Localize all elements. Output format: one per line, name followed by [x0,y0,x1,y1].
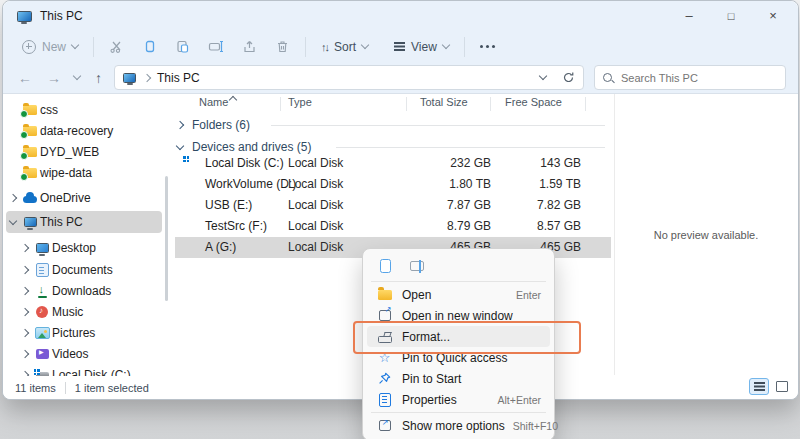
see-more-button[interactable] [471,34,504,60]
paste-button[interactable] [166,34,199,60]
chevron-right-icon[interactable] [21,308,29,316]
menu-item-pin-to-quick-access[interactable]: ☆ Pin to Quick access [367,347,550,368]
drive-row-f[interactable]: TestSrc (F:) Local Disk 8.79 GB 8.57 GB [175,216,611,237]
downloads-icon [36,285,48,298]
format-drive-icon [378,336,392,343]
rename-icon [208,39,224,54]
sidebar-scrollbar[interactable] [165,176,168,301]
search-icon [603,73,612,82]
folder-open-icon [378,290,392,300]
sidebar-item-music[interactable]: Music [6,301,174,323]
chevron-right-icon[interactable] [21,244,29,252]
sidebar-item-label: css [40,103,58,117]
breadcrumb-path[interactable]: This PC [157,71,200,85]
window-title: This PC [40,9,83,23]
plus-icon [22,40,36,54]
forward-icon[interactable]: → [47,70,61,86]
drive-name: A (G:) [205,240,236,254]
column-header-name[interactable]: Name [199,96,228,108]
sidebar-item-css[interactable]: css [6,99,162,121]
menu-item-format[interactable]: Format... [367,326,550,347]
chevron-right-icon[interactable] [21,350,29,358]
delete-button[interactable] [266,34,299,60]
folder-sync-icon [23,126,37,136]
menu-divider [371,281,546,282]
column-header-total-size[interactable]: Total Size [420,96,468,108]
drive-total-size: 7.87 GB [411,198,491,212]
share-icon [242,39,257,54]
context-menu: Open Enter Open in new window Format... … [362,248,555,439]
drive-free-space: 1.59 TB [501,177,581,191]
menu-item-pin-to-start[interactable]: Pin to Start [367,368,550,389]
chevron-right-icon[interactable] [21,287,29,295]
sidebar-item-downloads[interactable]: Downloads [6,280,174,302]
details-view-toggle[interactable] [749,378,769,395]
sort-ascending-icon [229,96,237,104]
maximize-button[interactable]: □ [710,1,752,31]
sidebar-item-label: Videos [52,347,88,361]
sidebar-item-documents[interactable]: Documents [6,259,174,281]
group-header-folders[interactable]: Folders (6) [177,115,250,135]
paste-icon [175,39,190,54]
drive-row-c[interactable]: Local Disk (C:) Local Disk 232 GB 143 GB [175,153,611,174]
preview-pane: No preview available. [614,94,797,375]
search-input[interactable] [619,71,777,85]
copy-button[interactable] [133,34,166,60]
onedrive-cloud-icon [23,196,37,203]
menu-item-properties[interactable]: Properties Alt+Enter [367,389,550,410]
cut-button[interactable] [100,34,133,60]
sidebar-item-onedrive[interactable]: OneDrive [6,187,162,209]
sidebar-item-pictures[interactable]: Pictures [6,322,174,344]
menu-item-show-more-options[interactable]: Show more options Shift+F10 [367,415,550,436]
minimize-button[interactable]: – [668,1,710,31]
up-icon[interactable]: ↑ [95,70,102,86]
refresh-icon[interactable] [562,71,575,84]
sidebar-item-data-recovery[interactable]: data-recovery [6,120,162,142]
videos-icon [36,349,49,359]
sidebar-item-wipe-data[interactable]: wipe-data [6,162,162,184]
breadcrumb[interactable]: This PC [114,65,584,90]
rename-button[interactable] [405,255,429,277]
chevron-right-icon[interactable] [176,121,184,129]
sidebar-item-desktop[interactable]: Desktop [6,237,174,259]
back-icon[interactable]: ← [18,70,32,86]
drive-free-space: 8.57 GB [501,219,581,233]
chevron-right-icon[interactable] [21,266,29,274]
column-header-type[interactable]: Type [288,96,312,108]
group-label: Devices and drives (5) [192,140,311,154]
menu-item-open[interactable]: Open Enter [367,284,550,305]
chevron-down-icon[interactable] [176,141,184,149]
sidebar-item-dyd-web[interactable]: DYD_WEB [6,141,162,163]
view-button[interactable]: View [385,34,458,60]
pin-icon [378,372,391,385]
share-button[interactable] [233,34,266,60]
drive-type: Local Disk [288,240,343,254]
documents-icon [36,263,49,277]
close-button[interactable]: × [752,1,794,31]
this-pc-icon [123,73,136,83]
view-label: View [411,40,437,54]
address-dropdown-icon[interactable] [539,72,547,80]
chevron-down-icon[interactable] [9,216,17,224]
column-header-free-space[interactable]: Free Space [505,96,562,108]
sidebar-item-this-pc[interactable]: This PC [6,211,162,233]
rename-button[interactable] [199,34,233,60]
copy-button[interactable] [373,255,397,277]
rename-icon [410,261,424,271]
search-box[interactable] [594,65,786,90]
large-icons-view-toggle[interactable] [773,379,791,394]
chevron-right-icon[interactable] [21,329,29,337]
drive-type: Local Disk [288,156,343,170]
history-chevron-icon[interactable] [73,72,81,80]
drive-name: USB (E:) [205,198,252,212]
drive-row-e[interactable]: USB (E:) Local Disk 7.87 GB 7.82 GB [175,195,611,216]
chevron-right-icon[interactable] [9,194,17,202]
sort-button[interactable]: ↑↓ Sort [312,34,377,60]
menu-item-open-in-new-window[interactable]: Open in new window [367,305,550,326]
drive-row-d[interactable]: WorkVolume (D:) Local Disk 1.80 TB 1.59 … [175,174,611,195]
drive-type: Local Disk [288,198,343,212]
menu-divider [371,412,546,413]
sidebar-item-videos[interactable]: Videos [6,343,174,365]
toolbar-divider [305,37,306,57]
new-button[interactable]: New [13,34,87,60]
